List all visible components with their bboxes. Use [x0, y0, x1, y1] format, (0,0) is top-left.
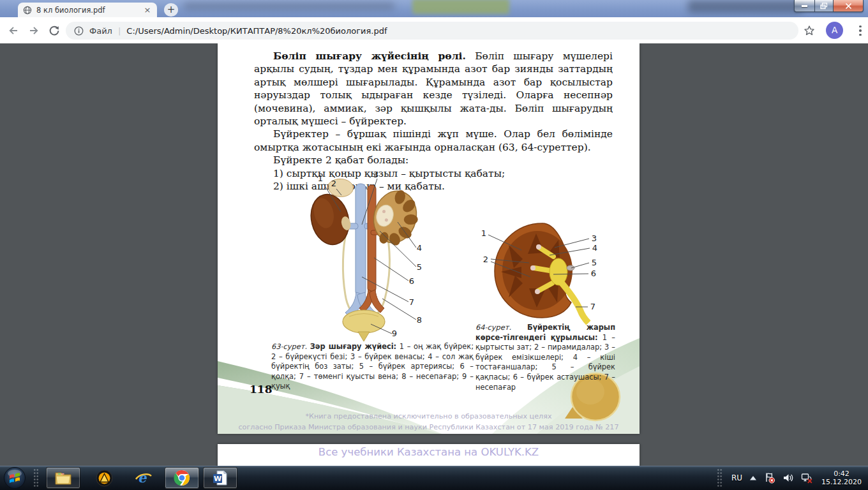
new-tab-button[interactable]: + — [164, 3, 178, 17]
forward-button[interactable] — [26, 22, 42, 39]
background-window-dark-blur — [688, 0, 803, 13]
taskbar-chrome[interactable] — [165, 467, 199, 489]
fig64-label-1: 1 — [481, 228, 486, 238]
window-close-button[interactable] — [834, 0, 864, 12]
restore-icon — [820, 3, 828, 10]
reload-button[interactable] — [46, 22, 63, 39]
okulyk-banner: Все учебники Казахстана на OKULYK.KZ — [218, 444, 640, 458]
fig64-label-2: 2 — [483, 255, 488, 264]
fig63-label-3: 3 — [373, 170, 378, 179]
tray-clock[interactable]: 0:42 15.12.2020 — [821, 470, 862, 487]
volume-icon[interactable] — [782, 473, 794, 483]
tab-title: 8 кл биология.pdf — [36, 6, 138, 15]
back-button[interactable] — [5, 22, 22, 39]
figure-64-kidney-section: 1 2 3 4 5 6 7 — [475, 217, 613, 327]
browser-tab[interactable]: 8 кл биология.pdf × — [18, 3, 157, 17]
fig64-label-5: 5 — [592, 258, 597, 267]
pdf-page-next: Все учебники Казахстана на OKULYK.KZ — [218, 444, 640, 466]
system-tray: RU 0:42 15.12.2020 — [731, 466, 868, 490]
back-icon — [8, 25, 19, 36]
network-disconnected-icon[interactable] — [801, 473, 813, 484]
window-minimize-button[interactable] — [794, 0, 814, 12]
svg-text:W: W — [214, 475, 221, 483]
taskbar-aimp[interactable] — [87, 467, 121, 489]
chrome-icon — [174, 470, 190, 486]
tab-close-icon[interactable]: × — [143, 6, 152, 14]
window-restore-button[interactable] — [814, 0, 834, 12]
aimp-icon — [96, 470, 113, 487]
url-scheme: Файл — [89, 26, 112, 36]
paragraph-lead: Бөліп шығару жүйесінің рөлі. — [273, 50, 466, 62]
forward-icon — [28, 25, 40, 36]
browser-menu-button[interactable] — [855, 22, 865, 39]
copyright-watermark: *Книга предоставлена исключительно в обр… — [218, 411, 640, 433]
minimize-icon — [802, 5, 807, 7]
star-icon — [804, 25, 815, 36]
taskbar-internet-explorer[interactable]: e — [126, 467, 161, 489]
fig63-label-2: 2 — [331, 179, 336, 188]
word-icon: W — [212, 470, 228, 486]
action-center-flag-icon[interactable] — [764, 472, 775, 484]
pdf-page-118: Бөліп шығару жүйесінің рөлі. Бөліп шығар… — [218, 43, 640, 434]
bookmark-star-button[interactable] — [801, 22, 818, 39]
reload-icon — [49, 25, 60, 36]
caption-figure-64: 64-сурет. Бүйректің жарып көрсе-тілгенде… — [475, 323, 615, 392]
browser-toolbar: Файл | C:/Users/Admin/Desktop/КИТАПТАР/8… — [0, 17, 868, 43]
paragraph-layers: Бүйректе 2 қабат болады: — [254, 154, 613, 167]
window-controls — [794, 0, 864, 12]
url-path: C:/Users/Admin/Desktop/КИТАПТАР/8%20кл%2… — [126, 26, 387, 36]
menu-dot — [859, 29, 861, 31]
explorer-folder-icon — [54, 470, 72, 486]
tray-time: 0:42 — [834, 470, 849, 479]
taskbar-word[interactable]: W — [203, 467, 237, 489]
paragraph-role: Бөліп шығару жүйесінің рөлі. Бөліп шығар… — [254, 50, 613, 128]
fig63-label-8: 8 — [417, 315, 422, 325]
taskbar-separator — [33, 468, 39, 487]
tray-up-arrow-icon[interactable] — [749, 475, 757, 481]
fig64-label-3: 3 — [592, 234, 597, 243]
fig63-label-1: 1 — [318, 174, 323, 183]
start-button[interactable] — [3, 466, 26, 489]
ie-icon: e — [135, 470, 153, 486]
background-window-green-blur — [412, 0, 509, 14]
fig63-label-9: 9 — [392, 329, 397, 338]
fig64-label-4: 4 — [592, 243, 597, 253]
bladder — [343, 310, 385, 341]
right-kidney — [306, 190, 355, 249]
page-number: 118 — [250, 383, 273, 396]
menu-dot — [859, 34, 861, 36]
paragraph-kidneys: Бүйректер – бұршақ пішінді жұп мүше. Ола… — [254, 128, 613, 154]
info-icon — [74, 26, 84, 36]
fig63-label-4: 4 — [417, 243, 422, 253]
fig63-label-6: 6 — [409, 276, 414, 286]
pdf-viewer[interactable]: Бөліп шығару жүйесінің рөлі. Бөліп шығар… — [0, 43, 868, 466]
fig64-label-7: 7 — [590, 302, 595, 311]
profile-avatar[interactable]: A — [826, 22, 843, 39]
windows-taskbar: e W RU — [0, 466, 868, 490]
url-separator: | — [118, 26, 121, 36]
tray-date: 15.12.2020 — [821, 478, 862, 487]
address-bar[interactable]: Файл | C:/Users/Admin/Desktop/КИТАПТАР/8… — [66, 22, 798, 40]
close-icon — [845, 3, 852, 10]
language-indicator[interactable]: RU — [731, 473, 742, 482]
fig63-label-7: 7 — [409, 297, 414, 307]
svg-text:e: e — [138, 470, 147, 486]
taskbar-explorer[interactable] — [46, 467, 80, 489]
fig63-label-5: 5 — [417, 262, 422, 272]
background-window-blur — [184, 3, 394, 10]
window-titlebar: 8 кл биология.pdf × + — [0, 0, 868, 17]
pdf-globe-favicon — [23, 6, 32, 15]
fig64-label-6: 6 — [591, 269, 596, 278]
caption-figure-63: 63-сурет. Зәр шығару жүйесі: 1 – оң жақ … — [271, 342, 474, 392]
tray-separator — [717, 468, 722, 487]
figure-63-urinary-system: 1 2 3 4 5 6 7 8 9 — [304, 170, 426, 343]
menu-dot — [859, 26, 861, 27]
